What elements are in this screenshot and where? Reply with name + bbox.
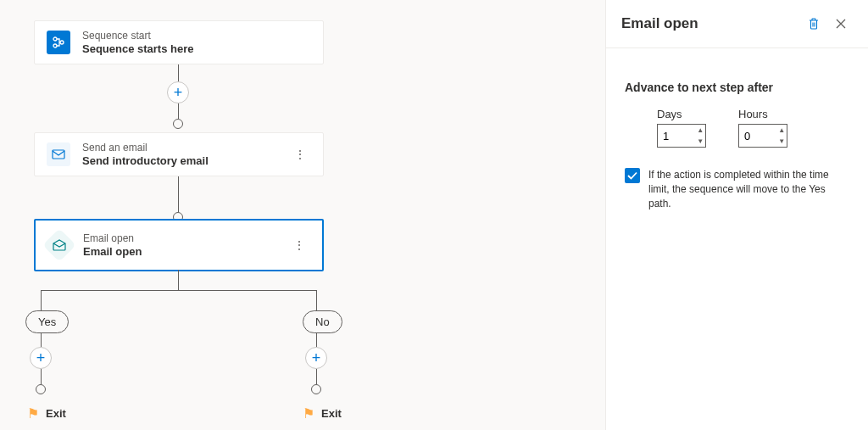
details-panel: Email open Advance to next step after Da… bbox=[605, 0, 868, 430]
exit-yes[interactable]: ⚑ Exit bbox=[27, 405, 66, 422]
node-text: Send an email Send introductory email bbox=[82, 142, 209, 167]
close-icon bbox=[835, 18, 847, 30]
close-button[interactable] bbox=[829, 12, 853, 36]
add-step-button[interactable]: + bbox=[167, 81, 189, 103]
node-text: Sequence start Sequence starts here bbox=[82, 30, 194, 55]
days-down-button[interactable]: ▼ bbox=[695, 136, 705, 147]
connector-line bbox=[41, 290, 42, 310]
branch-yes-pill[interactable]: Yes bbox=[25, 310, 69, 333]
flow-canvas: Sequence start Sequence starts here + Se… bbox=[0, 0, 605, 430]
node-subtitle: Sequence start bbox=[82, 30, 194, 42]
open-mail-icon bbox=[42, 228, 76, 262]
trash-icon bbox=[807, 17, 821, 31]
node-subtitle: Email open bbox=[83, 232, 142, 244]
completion-checkbox[interactable] bbox=[625, 168, 640, 183]
svg-point-0 bbox=[53, 37, 57, 41]
exit-label: Exit bbox=[321, 407, 342, 420]
node-send-email[interactable]: Send an email Send introductory email ⋮ bbox=[34, 132, 324, 176]
svg-point-2 bbox=[60, 41, 64, 44]
hours-up-button[interactable]: ▲ bbox=[776, 125, 787, 136]
node-title: Sequence starts here bbox=[82, 42, 194, 55]
connector-line bbox=[316, 290, 317, 310]
node-menu-button[interactable]: ⋮ bbox=[289, 147, 311, 162]
connector-line bbox=[316, 333, 317, 347]
section-label: Advance to next step after bbox=[625, 81, 849, 94]
node-title: Email open bbox=[83, 245, 142, 258]
connector-line bbox=[178, 176, 179, 212]
branch-no-pill[interactable]: No bbox=[303, 310, 342, 333]
branch-no-label: No bbox=[315, 316, 330, 328]
checkbox-row: If the action is completed within the ti… bbox=[625, 168, 849, 210]
hours-spinbox[interactable]: ▲ ▼ bbox=[738, 124, 787, 148]
connector-line bbox=[178, 103, 179, 119]
connector-dot bbox=[36, 384, 46, 394]
svg-point-1 bbox=[53, 44, 57, 47]
flag-icon: ⚑ bbox=[303, 405, 314, 422]
panel-body: Advance to next step after Days ▲ ▼ Hour… bbox=[606, 48, 868, 226]
connector-line bbox=[41, 369, 42, 384]
node-email-open[interactable]: Email open Email open ⋮ bbox=[34, 219, 324, 271]
connector-line bbox=[41, 333, 42, 347]
node-menu-button[interactable]: ⋮ bbox=[288, 237, 310, 253]
checkbox-label: If the action is completed within the ti… bbox=[648, 168, 849, 210]
days-input[interactable] bbox=[658, 125, 695, 147]
hours-label: Hours bbox=[738, 108, 787, 120]
add-step-no-button[interactable]: + bbox=[305, 347, 327, 369]
days-field: Days ▲ ▼ bbox=[657, 108, 706, 148]
flag-icon: ⚑ bbox=[27, 405, 39, 422]
connector-dot bbox=[173, 119, 183, 129]
hours-field: Hours ▲ ▼ bbox=[738, 108, 787, 148]
exit-label: Exit bbox=[46, 407, 66, 420]
node-sequence-start[interactable]: Sequence start Sequence starts here bbox=[34, 20, 324, 64]
connector-line bbox=[316, 369, 317, 384]
connector-line bbox=[178, 270, 179, 290]
connector-line bbox=[41, 290, 316, 291]
add-step-yes-button[interactable]: + bbox=[30, 347, 52, 369]
days-spinbox[interactable]: ▲ ▼ bbox=[657, 124, 706, 148]
node-text: Email open Email open bbox=[83, 232, 142, 258]
days-up-button[interactable]: ▲ bbox=[695, 125, 705, 136]
node-title: Send introductory email bbox=[82, 154, 209, 167]
exit-no[interactable]: ⚑ Exit bbox=[303, 405, 342, 422]
check-icon bbox=[627, 171, 637, 180]
mail-icon bbox=[47, 142, 70, 166]
panel-header: Email open bbox=[606, 0, 868, 48]
node-subtitle: Send an email bbox=[82, 142, 209, 154]
branch-icon bbox=[47, 31, 70, 54]
branch-yes-label: Yes bbox=[38, 316, 56, 328]
svg-rect-3 bbox=[53, 150, 64, 159]
delete-button[interactable] bbox=[802, 12, 826, 36]
panel-title: Email open bbox=[621, 15, 798, 32]
connector-line bbox=[178, 64, 179, 81]
hours-down-button[interactable]: ▼ bbox=[776, 136, 787, 147]
hours-input[interactable] bbox=[739, 125, 776, 147]
connector-dot bbox=[311, 384, 321, 394]
days-label: Days bbox=[657, 108, 706, 120]
